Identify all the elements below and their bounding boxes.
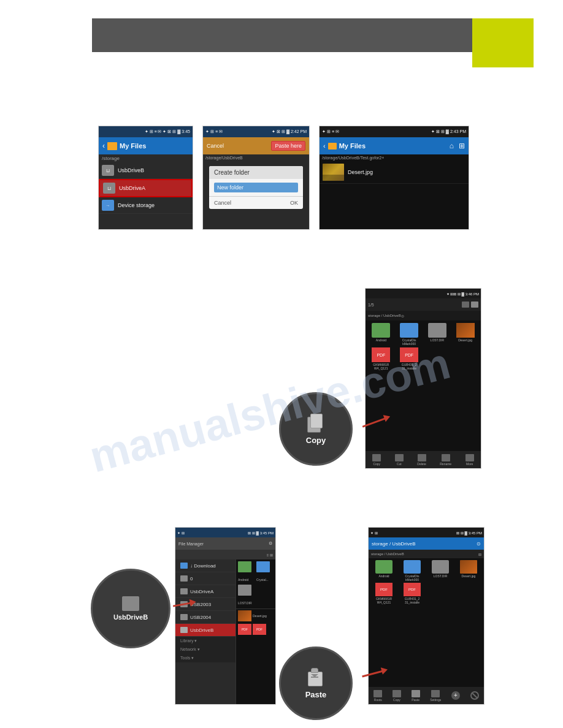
- ss4-status-left: ✦ ⊞: [446, 292, 454, 296]
- ss4-label-crystal: CrystalDis kMark000: [396, 339, 423, 346]
- ss5-label-usbdrivea: UsbDriveA: [190, 589, 213, 594]
- ss5-toolbar: ≡ ⊞: [175, 550, 275, 559]
- ss4-delete-icon: [418, 454, 426, 461]
- ss6-item-desert: Desert.jpg: [455, 560, 482, 582]
- ss3-search-icon: ⊞: [459, 142, 465, 150]
- ss6-pdf-gkm: PDF: [375, 583, 393, 596]
- ss4-view-icon: [462, 301, 469, 308]
- ss6-label-android: Android: [378, 574, 389, 578]
- ss6-label-lost: LOST.DIR: [434, 574, 448, 578]
- ss4-label-gkm: GKM6681R W4_Q121: [368, 363, 394, 370]
- ss3-thumbnail: [323, 164, 344, 181]
- ss4-page: 1/5: [368, 303, 374, 307]
- ss5-folder-lost: LOST.DIR: [238, 585, 255, 607]
- ss4-thumb-desert: [456, 323, 475, 338]
- ss3-file-row: Desert.jpg: [320, 161, 469, 184]
- ss6-nav-label: storage / UsbDriveB: [371, 552, 404, 556]
- ss5-label-usbdriveb: UsbDriveB: [190, 628, 213, 633]
- ss1-status-icons: ✦ ⊞ ≡ ✉: [145, 129, 162, 134]
- folder-icon: [107, 142, 117, 150]
- ss6-status-left: ✦ ⊞: [370, 531, 378, 535]
- ss6-item-android: Android: [370, 560, 397, 582]
- ss5-icon-usbdriveb: [180, 627, 188, 633]
- ss4-folder-android: [372, 323, 390, 338]
- ss1-title: My Files: [120, 142, 146, 150]
- ss2-dialog-title: Create folder: [209, 166, 303, 179]
- ss6-item-lost: LOST.DIR: [427, 560, 454, 582]
- copy-callout: Copy: [279, 392, 353, 466]
- screenshot-copy-view: ✦ ⊞ ⊠ ⊞ ▓ 3:46 PM 1/5 storage / UsbDrive…: [365, 288, 481, 469]
- copy-icon: [307, 414, 324, 433]
- ss6-nav-row: storage / UsbDriveB ⊞: [369, 550, 484, 558]
- ss5-content-area: Android Crystal... LOST.DIR Desert.jpg P…: [236, 559, 275, 705]
- ss5-label-0: 0: [190, 576, 193, 582]
- ss6-bottombar: Roots Copy Paste Settings +: [369, 687, 484, 704]
- ss5-folder-crystal: Crystal...: [256, 561, 274, 583]
- ss4-status-right: ⊠ ⊞ ▓ 3:46 PM: [453, 292, 479, 296]
- ss6-settings-btn: Settings: [430, 690, 441, 702]
- ss4-delete-btn: Delete: [417, 454, 426, 466]
- ss4-more-btn: More: [465, 454, 474, 466]
- screenshot-paste-view: ✦ ⊞ ⊠ ⊞ ▓ 3:45 PM storage / UsbDriveB ⊙ …: [368, 527, 484, 705]
- ss4-more-icon: [465, 454, 474, 461]
- ss6-label-gub: GUB431_2 31_installe: [399, 597, 426, 604]
- ss6-settings-label: Settings: [430, 698, 441, 702]
- ss5-icon-usb2004: [180, 614, 188, 620]
- ss6-status-right: ⊠ ⊞ ▓ 3:45 PM: [456, 531, 482, 535]
- ss5-header: File Manager ⚙: [175, 537, 275, 550]
- ss4-bottombar: Copy Cut Delete Rename More: [366, 451, 481, 468]
- ss4-item-android: Android: [368, 323, 394, 346]
- ss6-copy-btn: Copy: [393, 690, 401, 702]
- ss1-label-devicestorage: Device storage: [118, 202, 155, 208]
- ss6-roots-label: Roots: [374, 698, 382, 702]
- ss6-label-crystal: CrystalDis kMark000: [399, 574, 426, 582]
- ss2-statusbar: ✦ ⊞ ≡ ✉ ✦ ⊠ ⊞ ▓ 2:42 PM: [203, 126, 309, 137]
- ss4-grid: Android CrystalDis kMark000 LOST.DIR Des…: [366, 320, 481, 373]
- ss2-cancel: Cancel: [207, 143, 224, 149]
- ss6-item-gkm: PDF GKM6681R W4_Q121: [370, 583, 397, 604]
- ss6-statusbar: ✦ ⊞ ⊠ ⊞ ▓ 3:45 PM: [369, 528, 484, 537]
- ss5-pdf1: PDF: [238, 624, 251, 635]
- screenshot-create-folder: ✦ ⊞ ≡ ✉ ✦ ⊠ ⊞ ▓ 2:42 PM Cancel Paste her…: [202, 126, 310, 230]
- ss5-pdf2: PDF: [253, 624, 266, 635]
- ss4-item-crystal: CrystalDis kMark000: [396, 323, 423, 346]
- ss4-statusbar: ✦ ⊞ ⊠ ⊞ ▓ 3:46 PM: [366, 289, 481, 298]
- ss5-icon-usbdrivea: [180, 588, 188, 594]
- ss3-title: My Files: [339, 142, 366, 150]
- ss5-label-download: ↓ Download: [190, 563, 216, 569]
- ss6-pdf-gub: PDF: [404, 583, 421, 596]
- ss2-header: Cancel Paste here: [203, 137, 309, 154]
- ss5-folder-android: Android: [238, 561, 255, 583]
- ss6-paste-btn: Paste: [412, 690, 420, 702]
- ss6-prohibited-icon: [470, 691, 479, 700]
- ss5-title: File Manager: [178, 542, 204, 546]
- ss6-plus-icon: +: [451, 691, 460, 700]
- ss6-label-gkm: GKM6681R W4_Q121: [370, 597, 397, 604]
- ss6-settings-icon: ⊙: [477, 541, 481, 547]
- ss1-statusbar: ✦ ⊞ ≡ ✉ ✦ ⊠ ⊞ ▓ 3:45: [99, 126, 193, 137]
- ss3-filename: Desert.jpg: [348, 169, 373, 175]
- ss5-desert-thumb: [238, 610, 251, 621]
- ss3-folder-icon: [328, 143, 337, 150]
- usb-icon-a: ⊔: [103, 183, 115, 194]
- usb-drive-icon: [122, 596, 139, 611]
- screenshot-desert-jpg: ✦ ⊞ ≡ ✉ ✦ ⊠ ⊞ ▓ 2:43 PM ‹ My Files ⌂ ⊞ /…: [319, 126, 469, 230]
- back-arrow-icon: ‹: [102, 142, 105, 150]
- ss4-delete-label: Delete: [417, 462, 426, 466]
- ss4-item-gub: PDF GUB431_2 31_installe: [396, 347, 423, 370]
- ss6-header: storage / UsbDriveB ⊙: [369, 537, 484, 550]
- header-accent: [472, 18, 534, 67]
- ss5-icon-0: [180, 575, 188, 582]
- ss6-copy-label: Copy: [393, 698, 400, 702]
- ss5-label-usb2004: USB2004: [190, 615, 211, 620]
- ss5-img-row: Desert.jpg: [236, 609, 275, 623]
- ss1-path: /storage: [99, 154, 193, 162]
- ss5-crystal-icon: [256, 561, 270, 572]
- ss6-item-crystal: CrystalDis kMark000: [399, 560, 426, 582]
- ss6-path: storage / UsbDriveB: [372, 541, 416, 547]
- ss2-dialog: Create folder New folder Cancel OK: [209, 166, 303, 209]
- ss2-dialog-input: New folder: [214, 183, 298, 192]
- ss3-path: /storage/UsbDriveB/Test.gofor2+: [320, 154, 469, 161]
- screenshot-file-manager: ✦ ⊞ ⊠ ⊞ ▓ 3:45 PM File Manager ⚙ ≡ ⊞ ↓ D…: [175, 527, 276, 705]
- ss6-folder-android: [375, 560, 393, 574]
